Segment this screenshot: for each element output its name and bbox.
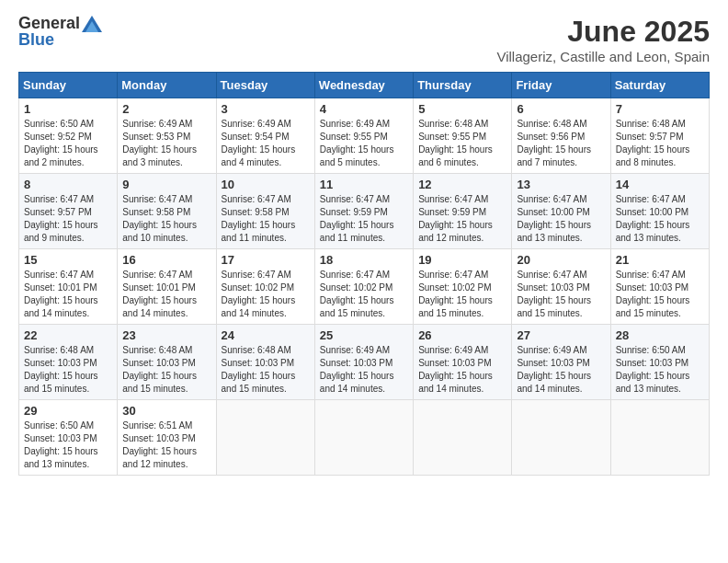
calendar-week-2: 8Sunrise: 6:47 AMSunset: 9:57 PMDaylight… [19,174,710,249]
day-header-wednesday: Wednesday [314,73,413,98]
calendar-table: SundayMondayTuesdayWednesdayThursdayFrid… [18,72,710,476]
day-info: Sunrise: 6:47 AMSunset: 9:59 PMDaylight:… [418,193,506,245]
day-header-monday: Monday [118,73,216,98]
calendar-cell: 16Sunrise: 6:47 AMSunset: 10:01 PMDaylig… [118,249,216,325]
day-info: Sunrise: 6:50 AMSunset: 10:03 PMDaylight… [616,344,704,396]
day-number: 14 [616,178,704,191]
calendar-cell: 11Sunrise: 6:47 AMSunset: 9:59 PMDayligh… [314,174,413,249]
day-info: Sunrise: 6:48 AMSunset: 10:03 PMDaylight… [222,344,310,396]
day-info: Sunrise: 6:49 AMSunset: 10:03 PMDaylight… [418,344,506,396]
calendar-cell: 14Sunrise: 6:47 AMSunset: 10:00 PMDaylig… [610,174,709,249]
calendar-cell: 15Sunrise: 6:47 AMSunset: 10:01 PMDaylig… [19,249,118,325]
day-info: Sunrise: 6:48 AMSunset: 10:03 PMDaylight… [122,344,210,396]
day-info: Sunrise: 6:48 AMSunset: 9:57 PMDaylight:… [616,118,704,169]
day-info: Sunrise: 6:51 AMSunset: 10:03 PMDaylight… [122,419,210,471]
day-number: 13 [517,178,605,191]
day-number: 17 [222,253,310,267]
calendar-cell [314,400,413,476]
calendar-cell: 1Sunrise: 6:50 AMSunset: 9:52 PMDaylight… [19,98,118,174]
day-number: 7 [616,102,704,116]
day-header-thursday: Thursday [414,73,512,98]
calendar-week-1: 1Sunrise: 6:50 AMSunset: 9:52 PMDaylight… [19,98,710,174]
calendar-cell: 6Sunrise: 6:48 AMSunset: 9:56 PMDaylight… [512,98,610,174]
day-info: Sunrise: 6:48 AMSunset: 10:03 PMDaylight… [24,344,112,396]
day-number: 28 [616,328,704,342]
day-info: Sunrise: 6:47 AMSunset: 9:58 PMDaylight:… [222,193,310,245]
day-info: Sunrise: 6:47 AMSunset: 10:01 PMDaylight… [122,269,210,320]
day-number: 4 [320,102,408,116]
calendar-cell: 2Sunrise: 6:49 AMSunset: 9:53 PMDaylight… [118,98,216,174]
calendar-cell: 24Sunrise: 6:48 AMSunset: 10:03 PMDaylig… [216,325,314,400]
calendar-week-4: 22Sunrise: 6:48 AMSunset: 10:03 PMDaylig… [19,325,710,400]
day-number: 10 [222,178,310,191]
day-header-friday: Friday [512,73,610,98]
day-number: 26 [418,328,506,342]
calendar-week-3: 15Sunrise: 6:47 AMSunset: 10:01 PMDaylig… [19,249,710,325]
calendar-title: June 2025 [496,15,710,49]
day-info: Sunrise: 6:49 AMSunset: 9:54 PMDaylight:… [222,118,310,169]
day-info: Sunrise: 6:47 AMSunset: 10:00 PMDaylight… [517,193,605,245]
day-info: Sunrise: 6:48 AMSunset: 9:56 PMDaylight:… [517,118,605,169]
day-info: Sunrise: 6:49 AMSunset: 9:53 PMDaylight:… [122,118,210,169]
day-number: 2 [122,102,210,116]
calendar-cell: 27Sunrise: 6:49 AMSunset: 10:03 PMDaylig… [512,325,610,400]
day-info: Sunrise: 6:47 AMSunset: 10:02 PMDaylight… [320,269,408,320]
calendar-cell: 17Sunrise: 6:47 AMSunset: 10:02 PMDaylig… [216,249,314,325]
calendar-cell: 13Sunrise: 6:47 AMSunset: 10:00 PMDaylig… [512,174,610,249]
title-section: June 2025 Villageriz, Castille and Leon,… [496,15,710,64]
day-info: Sunrise: 6:47 AMSunset: 9:58 PMDaylight:… [122,193,210,245]
calendar-cell: 30Sunrise: 6:51 AMSunset: 10:03 PMDaylig… [118,400,216,476]
day-number: 9 [122,178,210,191]
day-info: Sunrise: 6:47 AMSunset: 10:02 PMDaylight… [418,269,506,320]
calendar-cell [216,400,314,476]
calendar-cell: 29Sunrise: 6:50 AMSunset: 10:03 PMDaylig… [19,400,118,476]
day-number: 12 [418,178,506,191]
logo: General Blue [18,15,102,50]
day-number: 22 [24,328,112,342]
day-number: 1 [24,102,112,116]
day-number: 29 [24,404,112,418]
day-number: 3 [222,102,310,116]
calendar-cell: 25Sunrise: 6:49 AMSunset: 10:03 PMDaylig… [314,325,413,400]
header-row: SundayMondayTuesdayWednesdayThursdayFrid… [19,73,710,98]
day-info: Sunrise: 6:47 AMSunset: 9:59 PMDaylight:… [320,193,408,245]
day-header-tuesday: Tuesday [216,73,314,98]
day-info: Sunrise: 6:49 AMSunset: 10:03 PMDaylight… [320,344,408,396]
day-info: Sunrise: 6:48 AMSunset: 9:55 PMDaylight:… [418,118,506,169]
day-info: Sunrise: 6:47 AMSunset: 9:57 PMDaylight:… [24,193,112,245]
day-number: 11 [320,178,408,191]
day-number: 21 [616,253,704,267]
calendar-cell: 19Sunrise: 6:47 AMSunset: 10:02 PMDaylig… [414,249,512,325]
calendar-cell: 20Sunrise: 6:47 AMSunset: 10:03 PMDaylig… [512,249,610,325]
calendar-cell: 18Sunrise: 6:47 AMSunset: 10:02 PMDaylig… [314,249,413,325]
day-info: Sunrise: 6:50 AMSunset: 9:52 PMDaylight:… [24,118,112,169]
day-number: 25 [320,328,408,342]
calendar-cell: 8Sunrise: 6:47 AMSunset: 9:57 PMDaylight… [19,174,118,249]
day-number: 20 [517,253,605,267]
day-number: 30 [122,404,210,418]
day-number: 5 [418,102,506,116]
logo-blue: Blue [18,31,54,50]
day-number: 18 [320,253,408,267]
day-number: 23 [122,328,210,342]
calendar-cell [610,400,709,476]
calendar-cell: 4Sunrise: 6:49 AMSunset: 9:55 PMDaylight… [314,98,413,174]
calendar-cell: 3Sunrise: 6:49 AMSunset: 9:54 PMDaylight… [216,98,314,174]
day-info: Sunrise: 6:47 AMSunset: 10:03 PMDaylight… [517,269,605,320]
calendar-cell: 12Sunrise: 6:47 AMSunset: 9:59 PMDayligh… [414,174,512,249]
calendar-cell [414,400,512,476]
day-number: 16 [122,253,210,267]
calendar-cell: 21Sunrise: 6:47 AMSunset: 10:03 PMDaylig… [610,249,709,325]
day-number: 8 [24,178,112,191]
day-header-saturday: Saturday [610,73,709,98]
day-info: Sunrise: 6:47 AMSunset: 10:03 PMDaylight… [616,269,704,320]
calendar-cell: 10Sunrise: 6:47 AMSunset: 9:58 PMDayligh… [216,174,314,249]
calendar-cell: 7Sunrise: 6:48 AMSunset: 9:57 PMDaylight… [610,98,709,174]
calendar-cell: 28Sunrise: 6:50 AMSunset: 10:03 PMDaylig… [610,325,709,400]
calendar-cell [512,400,610,476]
day-info: Sunrise: 6:47 AMSunset: 10:02 PMDaylight… [222,269,310,320]
day-header-sunday: Sunday [19,73,118,98]
calendar-cell: 9Sunrise: 6:47 AMSunset: 9:58 PMDaylight… [118,174,216,249]
day-info: Sunrise: 6:49 AMSunset: 9:55 PMDaylight:… [320,118,408,169]
calendar-cell: 5Sunrise: 6:48 AMSunset: 9:55 PMDaylight… [414,98,512,174]
